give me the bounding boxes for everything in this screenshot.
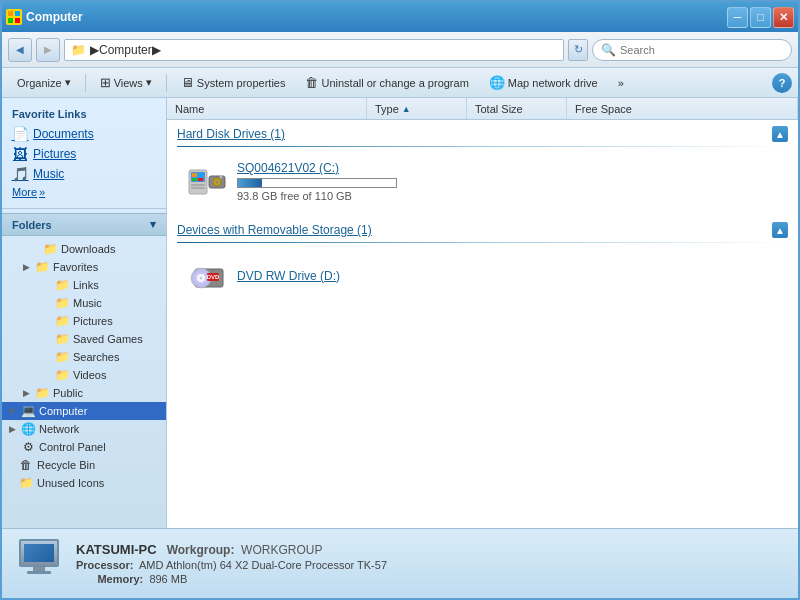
hard-disk-collapse-button[interactable]: ▲ (772, 126, 788, 142)
memory-label: Memory: (97, 573, 143, 585)
tree-label-videos: Videos (73, 369, 106, 381)
more-toolbar-button[interactable]: » (609, 72, 633, 94)
tree-label-public: Public (53, 387, 83, 399)
tree-label-pictures: Pictures (73, 315, 113, 327)
col-header-total-size[interactable]: Total Size (467, 98, 567, 119)
workgroup-name: WORKGROUP (241, 543, 322, 557)
forward-button[interactable]: ▶ (36, 38, 60, 62)
main-window: Computer ─ □ ✕ ◀ ▶ 📁 ▶ Computer ▶ ↻ 🔍 (0, 0, 800, 600)
d-drive-item[interactable]: DVD (167, 251, 798, 303)
col-header-type[interactable]: Type ▲ (367, 98, 467, 119)
map-drive-button[interactable]: 🌐 Map network drive (480, 72, 607, 94)
tree-label-unused-icons: Unused Icons (37, 477, 104, 489)
d-drive-icon: DVD (187, 257, 227, 297)
c-drive-space-text: 93.8 GB free of 110 GB (237, 190, 778, 202)
tree-item-computer[interactable]: ▼ 💻 Computer (2, 402, 166, 420)
tree-label-control-panel: Control Panel (39, 441, 106, 453)
status-workgroup-text: Workgroup: WORKGROUP (160, 543, 322, 557)
folder-icon-public: 📁 (34, 386, 50, 400)
system-properties-button[interactable]: 🖥 System properties (172, 72, 295, 94)
d-drive-name[interactable]: DVD RW Drive (D:) (237, 269, 778, 283)
status-line-1: KATSUMI-PC Workgroup: WORKGROUP (76, 542, 786, 557)
toggle-network: ▶ (4, 421, 20, 437)
status-monitor (19, 539, 59, 567)
search-box[interactable]: 🔍 (592, 39, 792, 61)
c-drive-item[interactable]: SQ004621V02 (C:) 93.8 GB free of 110 GB (167, 155, 798, 208)
more-favorites-button[interactable]: More » (2, 184, 166, 200)
tree-item-pictures[interactable]: 📁 Pictures (2, 312, 166, 330)
removable-section-title[interactable]: Devices with Removable Storage (1) (177, 223, 372, 237)
views-button[interactable]: ⊞ Views ▾ (91, 72, 161, 94)
c-drive-icon (187, 162, 227, 202)
tree-label-searches: Searches (73, 351, 119, 363)
collapse-icon: ▲ (775, 129, 785, 140)
folder-icon-videos: 📁 (54, 368, 70, 382)
tree-label-links: Links (73, 279, 99, 291)
d-drive-info: DVD RW Drive (D:) (237, 269, 778, 286)
tree-item-favorites[interactable]: ▶ 📁 Favorites (2, 258, 166, 276)
toggle-unused-icons (2, 475, 18, 491)
c-drive-progress-fill (238, 179, 262, 187)
sort-arrow: ▲ (402, 104, 411, 114)
removable-section-header: Devices with Removable Storage (1) ▲ (167, 216, 798, 242)
toggle-public: ▶ (18, 385, 34, 401)
tree-item-network[interactable]: ▶ 🌐 Network (2, 420, 166, 438)
main-content: Favorite Links 📄 Documents 🖼 Pictures 🎵 (2, 98, 798, 528)
col-header-name[interactable]: Name (167, 98, 367, 119)
tree-label-computer: Computer (39, 405, 87, 417)
svg-rect-2 (8, 18, 13, 23)
minimize-button[interactable]: ─ (727, 7, 748, 28)
processor-value: AMD Athlon(tm) 64 X2 Dual-Core Processor… (139, 559, 387, 571)
folder-icon-searches: 📁 (54, 350, 70, 364)
col-header-free-space[interactable]: Free Space (567, 98, 798, 119)
memory-value: 896 MB (149, 573, 187, 585)
hard-disk-section-title[interactable]: Hard Disk Drives (1) (177, 127, 285, 141)
removable-collapse-button[interactable]: ▲ (772, 222, 788, 238)
sidebar-item-pictures[interactable]: 🖼 Pictures (2, 144, 166, 164)
refresh-button[interactable]: ↻ (568, 39, 588, 61)
tree-label-downloads: Downloads (61, 243, 115, 255)
svg-rect-11 (191, 187, 205, 189)
status-screen (24, 544, 54, 562)
tree-item-recycle-bin[interactable]: 🗑 Recycle Bin (2, 456, 166, 474)
tree-item-control-panel[interactable]: ⚙ Control Panel (2, 438, 166, 456)
c-drive-name[interactable]: SQ004621V02 (C:) (237, 161, 778, 175)
maximize-button[interactable]: □ (750, 7, 771, 28)
search-input[interactable] (620, 44, 783, 56)
back-button[interactable]: ◀ (8, 38, 32, 62)
folders-header[interactable]: Folders ▾ (2, 213, 166, 236)
hard-disk-divider (177, 146, 788, 147)
address-path-arrow: ▶ (152, 43, 161, 57)
tree-item-downloads[interactable]: 📁 Downloads (2, 240, 166, 258)
uninstall-button[interactable]: 🗑 Uninstall or change a program (296, 72, 477, 94)
hdd-svg (187, 162, 227, 202)
address-path[interactable]: 📁 ▶ Computer ▶ (64, 39, 564, 61)
title-bar: Computer ─ □ ✕ (2, 2, 798, 32)
folders-section: Folders ▾ 📁 Downloads ▶ 📁 Favorites (2, 213, 166, 528)
removable-collapse-icon: ▲ (775, 225, 785, 236)
views-arrow: ▾ (146, 76, 152, 89)
tree-item-videos[interactable]: 📁 Videos (2, 366, 166, 384)
sidebar-item-music[interactable]: 🎵 Music (2, 164, 166, 184)
back-icon: ◀ (16, 44, 24, 55)
toggle-links (38, 277, 54, 293)
c-drive-label: SQ004621V02 (C:) (237, 161, 339, 175)
tree-item-links[interactable]: 📁 Links (2, 276, 166, 294)
svg-rect-8 (192, 178, 197, 181)
folder-icon: 📁 (71, 43, 86, 57)
tree-item-unused-icons[interactable]: 📁 Unused Icons (2, 474, 166, 492)
toggle-searches (38, 349, 54, 365)
tree-item-searches[interactable]: 📁 Searches (2, 348, 166, 366)
sidebar-item-documents[interactable]: 📄 Documents (2, 124, 166, 144)
help-button[interactable]: ? (772, 73, 792, 93)
pictures-label: Pictures (33, 147, 76, 161)
folders-label: Folders (12, 219, 52, 231)
organize-button[interactable]: Organize ▾ (8, 72, 80, 94)
tree-item-saved-games[interactable]: 📁 Saved Games (2, 330, 166, 348)
dvd-svg: DVD (187, 257, 227, 297)
close-button[interactable]: ✕ (773, 7, 794, 28)
processor-label: Processor: (76, 559, 133, 571)
title-controls: ─ □ ✕ (727, 7, 794, 28)
tree-item-public[interactable]: ▶ 📁 Public (2, 384, 166, 402)
tree-item-music[interactable]: 📁 Music (2, 294, 166, 312)
